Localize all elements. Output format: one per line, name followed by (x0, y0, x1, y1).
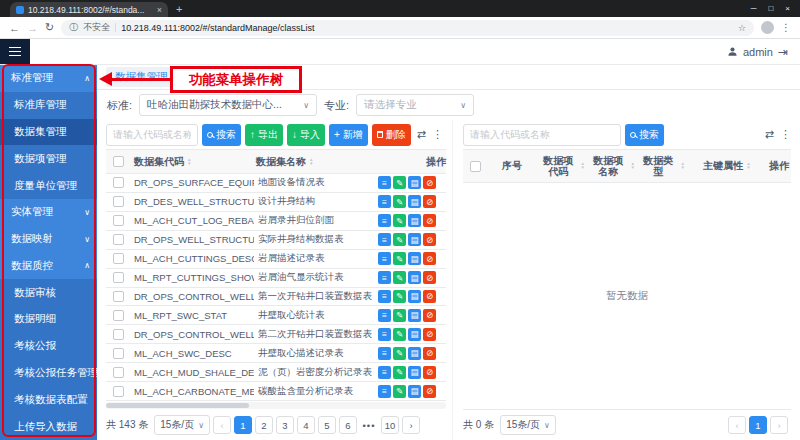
fields-icon[interactable]: ▤ (408, 366, 421, 379)
column-settings-icon[interactable]: ⋮ (432, 128, 443, 141)
row-checkbox[interactable] (106, 253, 130, 264)
column-header[interactable]: 操作 (767, 160, 791, 172)
edit-icon[interactable]: ✎ (393, 214, 406, 227)
page-button[interactable]: 3 (276, 416, 294, 434)
site-info-icon[interactable]: ⓘ (69, 21, 78, 34)
edit-icon[interactable]: ✎ (393, 290, 406, 303)
standard-select[interactable]: 吐哈油田勘探技术数据中心... ∨ (139, 94, 317, 116)
disable-icon[interactable]: ⊘ (423, 366, 436, 379)
sidebar-toggle-button[interactable] (0, 39, 30, 64)
page-size-select[interactable]: 15条/页 ∨ (500, 415, 556, 435)
import-button[interactable]: ↓ 导入 (287, 124, 325, 146)
dataitem-search-input[interactable] (463, 124, 621, 146)
user-area[interactable]: admin ⇥ (727, 39, 800, 64)
view-icon[interactable]: ≡ (378, 214, 391, 227)
sidebar-item[interactable]: 数据审核 (0, 279, 97, 306)
edit-icon[interactable]: ✎ (393, 176, 406, 189)
row-checkbox[interactable] (106, 196, 130, 207)
row-checkbox[interactable] (106, 329, 130, 340)
disable-icon[interactable]: ⊘ (423, 233, 436, 246)
view-icon[interactable]: ≡ (378, 195, 391, 208)
disable-icon[interactable]: ⊘ (423, 347, 436, 360)
fields-icon[interactable]: ▤ (408, 328, 421, 341)
column-header[interactable]: 数据集名称 (252, 155, 422, 169)
row-checkbox[interactable] (106, 177, 130, 188)
disable-icon[interactable]: ⊘ (423, 309, 436, 322)
table-row[interactable]: DR_OPS_CONTROL_WELL_... 第一次开钻井口装置数据表 ≡ ✎… (106, 288, 446, 307)
table-row[interactable]: ML_ACH_CARBONATE_ME... 碳酸盐含量分析记录表 ≡ ✎ ▤ … (106, 382, 446, 401)
view-icon[interactable]: ≡ (378, 385, 391, 398)
sidebar-item[interactable]: 标准管理 (0, 65, 97, 92)
page-button[interactable]: 10 (381, 416, 399, 434)
row-checkbox[interactable] (106, 386, 130, 397)
edit-icon[interactable]: ✎ (393, 347, 406, 360)
edit-icon[interactable]: ✎ (393, 385, 406, 398)
prev-page-button[interactable]: ‹ (213, 416, 231, 434)
row-checkbox[interactable] (106, 310, 130, 321)
sidebar-item[interactable]: 上传导入数据 (0, 413, 97, 440)
row-checkbox[interactable] (106, 291, 130, 302)
edit-icon[interactable]: ✎ (393, 328, 406, 341)
bookmark-star-icon[interactable]: ☆ (738, 23, 746, 33)
column-header[interactable]: 数据项代码 (537, 155, 587, 178)
browser-menu-icon[interactable]: ⋮ (781, 22, 791, 33)
edit-icon[interactable]: ✎ (393, 366, 406, 379)
sidebar-item[interactable]: 数据项管理 (0, 145, 97, 172)
fields-icon[interactable]: ▤ (408, 176, 421, 189)
select-all-checkbox[interactable] (106, 156, 130, 167)
row-checkbox[interactable] (106, 234, 130, 245)
edit-icon[interactable]: ✎ (393, 271, 406, 284)
fields-icon[interactable]: ▤ (408, 271, 421, 284)
column-header[interactable]: 数据集代码 (130, 155, 252, 169)
page-button[interactable]: 1 (234, 416, 252, 434)
table-row[interactable]: ML_RPT_SWC_STAT 井壁取心统计表 ≡ ✎ ▤ ⊘ (106, 306, 446, 325)
edit-icon[interactable]: ✎ (393, 195, 406, 208)
window-close-button[interactable]: × (785, 4, 790, 13)
window-minimize-button[interactable]: ─ (751, 4, 757, 13)
page-button[interactable]: 6 (339, 416, 357, 434)
disable-icon[interactable]: ⊘ (423, 328, 436, 341)
delete-button[interactable]: 删除 (372, 124, 411, 146)
logout-icon[interactable]: ⇥ (778, 45, 788, 59)
transfer-icon[interactable]: ⇄ (765, 128, 774, 141)
new-tab-button[interactable]: + (176, 3, 182, 15)
page-button[interactable]: 5 (318, 416, 336, 434)
fields-icon[interactable]: ▤ (408, 252, 421, 265)
scrollbar-thumb[interactable] (106, 403, 249, 408)
fields-icon[interactable]: ▤ (408, 195, 421, 208)
row-checkbox[interactable] (106, 367, 130, 378)
sidebar-item[interactable]: 数据映射 (0, 226, 97, 253)
view-icon[interactable]: ≡ (378, 176, 391, 189)
table-row[interactable]: DR_DES_WELL_STRUCTURE 设计井身结构 ≡ ✎ ▤ ⊘ (106, 193, 446, 212)
search-button[interactable]: 搜索 (625, 124, 664, 146)
view-icon[interactable]: ≡ (378, 328, 391, 341)
column-header[interactable]: 数据类型 (637, 155, 687, 178)
table-row[interactable]: ML_ACH_SWC_DESC 井壁取心描述记录表 ≡ ✎ ▤ ⊘ (106, 344, 446, 363)
next-page-button[interactable]: › (770, 416, 788, 434)
edit-icon[interactable]: ✎ (393, 252, 406, 265)
disable-icon[interactable]: ⊘ (423, 271, 436, 284)
sidebar-item[interactable]: 考核公报 (0, 333, 97, 360)
back-icon[interactable]: ← (9, 22, 20, 34)
view-icon[interactable]: ≡ (378, 309, 391, 322)
row-checkbox[interactable] (106, 348, 130, 359)
page-button[interactable]: 1 (749, 416, 767, 434)
page-size-select[interactable]: 15条/页 ∨ (154, 415, 210, 435)
sidebar-item[interactable]: 数据明细 (0, 306, 97, 333)
page-button[interactable]: 2 (255, 416, 273, 434)
fields-icon[interactable]: ▤ (408, 347, 421, 360)
sidebar-item[interactable]: 数据质控 (0, 252, 97, 279)
sidebar-item[interactable]: 实体管理 (0, 199, 97, 226)
table-row[interactable]: DR_OPS_SURFACE_EQUIP_... 地面设备情况表 ≡ ✎ ▤ ⊘ (106, 174, 446, 193)
disable-icon[interactable]: ⊘ (423, 214, 436, 227)
column-header[interactable]: 数据项名称 (587, 155, 637, 178)
column-header[interactable]: 操作 (422, 155, 446, 169)
table-row[interactable]: ML_ACH_CUT_LOG_REBAC... 岩屑录井归位剖面 ≡ ✎ ▤ ⊘ (106, 212, 446, 231)
view-icon[interactable]: ≡ (378, 347, 391, 360)
row-checkbox[interactable] (106, 215, 130, 226)
transfer-icon[interactable]: ⇄ (417, 128, 426, 141)
view-icon[interactable]: ≡ (378, 366, 391, 379)
disable-icon[interactable]: ⊘ (423, 195, 436, 208)
column-header[interactable]: 序号 (487, 160, 537, 172)
view-icon[interactable]: ≡ (378, 252, 391, 265)
